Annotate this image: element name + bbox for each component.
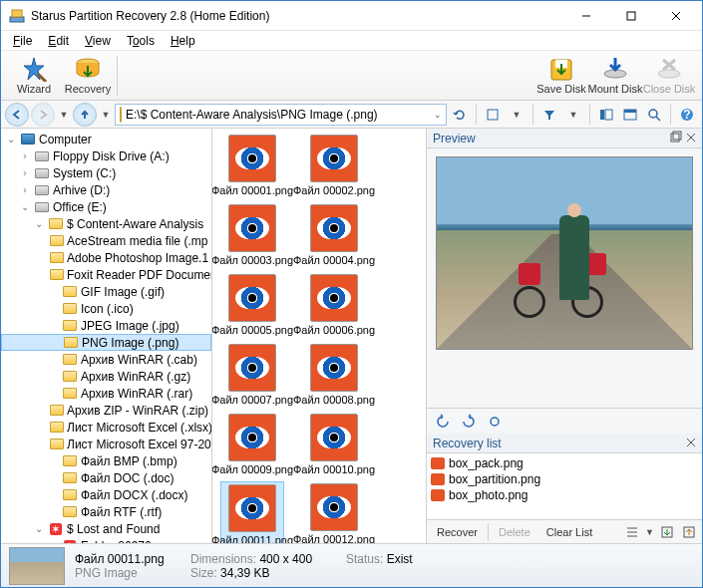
rotate-right-icon[interactable] xyxy=(461,414,477,430)
tree-folder[interactable]: Icon (.ico) xyxy=(1,300,211,317)
address-dropdown[interactable]: ⌄ xyxy=(434,110,442,120)
file-thumbnail[interactable]: Файл 00005.png xyxy=(220,272,284,338)
png-file-icon xyxy=(431,457,445,469)
recovery-button[interactable]: Recovery xyxy=(61,53,115,99)
file-name: Файл 00007.png xyxy=(212,394,293,406)
panel-toggle-2[interactable] xyxy=(619,104,641,126)
file-thumbnail[interactable]: Файл 00004.png xyxy=(302,202,366,268)
rotate-180-icon[interactable] xyxy=(487,414,503,430)
recovery-list-item[interactable]: box_pack.png xyxy=(431,455,698,471)
preview-title: Preview xyxy=(433,132,666,146)
save-disk-button[interactable]: Save Disk xyxy=(534,53,588,99)
view-dropdown[interactable]: ▼ xyxy=(506,104,527,126)
tree-folder[interactable]: Файл DOCX (.docx) xyxy=(1,486,211,503)
tree-folder[interactable]: Лист Microsoft Excel (.xlsx) xyxy=(1,419,211,436)
files-panel[interactable]: Файл 00001.pngФайл 00002.pngФайл 00003.p… xyxy=(212,129,426,543)
svg-rect-16 xyxy=(600,110,604,120)
preview-body xyxy=(427,148,702,408)
export-icon[interactable] xyxy=(658,523,676,541)
address-bar: ▼ ▼ ⌄ ▼ ▼ ? xyxy=(1,101,702,129)
tree-drive[interactable]: ›Arhive (D:) xyxy=(1,181,211,198)
nav-history-dropdown[interactable]: ▼ xyxy=(57,104,71,126)
wizard-button[interactable]: Wizard xyxy=(7,53,61,99)
clear-list-button[interactable]: Clear List xyxy=(540,524,598,540)
wizard-icon xyxy=(20,56,48,82)
menu-view[interactable]: View xyxy=(77,32,119,50)
toolbar: Wizard Recovery Save Disk Mount Disk Clo… xyxy=(1,51,702,101)
recovery-list-close-icon[interactable] xyxy=(686,437,696,450)
file-thumbnail[interactable]: Файл 00009.png xyxy=(220,412,284,477)
panel-toggle-1[interactable] xyxy=(595,104,617,126)
file-thumbnail[interactable]: Файл 00007.png xyxy=(220,342,284,408)
tree-folder[interactable]: GIF Image (.gif) xyxy=(1,283,211,300)
filter-dropdown[interactable]: ▼ xyxy=(562,104,584,126)
png-file-icon xyxy=(228,484,276,532)
tree-folder[interactable]: Adobe Photoshop Image.1 xyxy=(1,249,211,266)
menu-tools[interactable]: Tools xyxy=(119,32,163,50)
nav-back-button[interactable] xyxy=(5,103,29,127)
menu-file[interactable]: File xyxy=(5,32,40,50)
tree-folder[interactable]: Foxit Reader PDF Documen xyxy=(1,266,211,283)
tree-computer[interactable]: ⌄Computer xyxy=(1,131,211,147)
menu-edit[interactable]: Edit xyxy=(40,32,77,50)
svg-rect-24 xyxy=(671,134,679,142)
preview-close-icon[interactable] xyxy=(686,132,696,146)
nav-up-button[interactable] xyxy=(73,103,97,127)
maximize-button[interactable] xyxy=(608,2,653,30)
tree-folder[interactable]: Архив WinRAR (.cab) xyxy=(1,351,211,368)
svg-line-21 xyxy=(656,117,660,121)
rotate-left-icon[interactable] xyxy=(435,414,451,430)
address-field[interactable]: ⌄ xyxy=(115,104,447,126)
tree-drive[interactable]: ⌄Office (E:) xyxy=(1,198,211,215)
file-thumbnail[interactable]: Файл 00002.png xyxy=(302,133,366,198)
search-button[interactable] xyxy=(643,104,665,126)
file-name: Файл 00005.png xyxy=(212,324,293,336)
tree-folder[interactable]: Архив ZIP - WinRAR (.zip) xyxy=(1,402,211,419)
minimize-button[interactable] xyxy=(563,2,608,30)
close-button[interactable] xyxy=(653,2,698,30)
tree-folder[interactable]: Файл DOC (.doc) xyxy=(1,469,211,486)
tree-folder[interactable]: Лист Microsoft Excel 97-20 xyxy=(1,436,211,452)
tree-folder[interactable]: Архив WinRAR (.rar) xyxy=(1,385,211,402)
file-thumbnail[interactable]: Файл 00003.png xyxy=(220,202,284,268)
file-thumbnail[interactable]: Файл 00011.png xyxy=(220,481,284,543)
png-file-icon xyxy=(310,135,358,182)
tree-folder[interactable]: Файл BMP (.bmp) xyxy=(1,452,211,469)
file-thumbnail[interactable]: Файл 00006.png xyxy=(302,272,366,338)
recover-button[interactable]: Recover xyxy=(431,524,484,540)
help-button[interactable]: ? xyxy=(676,104,698,126)
tree-drive[interactable]: ›System (C:) xyxy=(1,164,211,181)
refresh-button[interactable] xyxy=(449,104,471,126)
menu-help[interactable]: Help xyxy=(163,32,203,50)
tree-panel[interactable]: ⌄Computer›Floppy Disk Drive (A:)›System … xyxy=(1,129,212,543)
address-input[interactable] xyxy=(126,108,430,122)
tree-folder[interactable]: Архив WinRAR (.gz) xyxy=(1,368,211,385)
view-large-button[interactable] xyxy=(482,104,504,126)
recovery-list-item[interactable]: box_photo.png xyxy=(431,487,698,503)
nav-up-dropdown[interactable]: ▼ xyxy=(99,104,113,126)
file-thumbnail[interactable]: Файл 00012.png xyxy=(302,481,366,543)
nav-forward-button[interactable] xyxy=(31,103,55,127)
list-view-icon[interactable] xyxy=(623,523,641,541)
file-thumbnail[interactable]: Файл 00001.png xyxy=(220,133,284,198)
png-file-icon xyxy=(310,344,358,392)
mount-disk-button[interactable]: Mount Disk xyxy=(588,53,642,99)
file-thumbnail[interactable]: Файл 00008.png xyxy=(302,342,366,408)
tree-content-aware[interactable]: ⌄$ Content-Aware Analysis xyxy=(1,215,211,232)
recovery-item-name: box_photo.png xyxy=(449,488,527,502)
tree-folder[interactable]: Файл RTF (.rtf) xyxy=(1,503,211,520)
import-icon[interactable] xyxy=(680,523,698,541)
tree-folder[interactable]: PNG Image (.png) xyxy=(1,334,211,351)
filter-button[interactable] xyxy=(538,104,560,126)
list-view-dropdown[interactable]: ▼ xyxy=(645,527,654,537)
recovery-list-item[interactable]: box_partition.png xyxy=(431,471,698,487)
png-file-icon xyxy=(228,274,276,322)
file-thumbnail[interactable]: Файл 00010.png xyxy=(302,412,366,477)
tree-folder[interactable]: AceStream media file (.mp xyxy=(1,232,211,249)
tree-lost-found[interactable]: ⌄✶$ Lost and Found xyxy=(1,520,211,537)
recovery-list[interactable]: box_pack.pngbox_partition.pngbox_photo.p… xyxy=(427,453,702,519)
tree-drive[interactable]: ›Floppy Disk Drive (A:) xyxy=(1,147,211,164)
preview-popout-icon[interactable] xyxy=(670,131,682,146)
preview-header: Preview xyxy=(427,129,702,148)
tree-folder[interactable]: JPEG Image (.jpg) xyxy=(1,317,211,334)
